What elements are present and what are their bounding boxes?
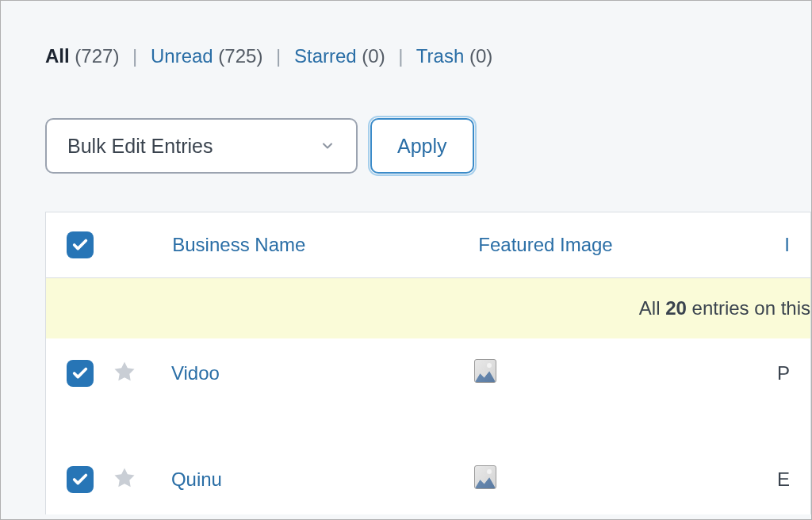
- filter-all-count: (727): [75, 45, 119, 67]
- apply-button[interactable]: Apply: [370, 118, 474, 174]
- row-trail-value: P: [777, 362, 790, 384]
- table-row: Vidoo P: [46, 338, 810, 408]
- filter-unread-label: Unread: [151, 45, 213, 67]
- row-checkbox[interactable]: [67, 466, 94, 493]
- filter-all-label: All: [45, 45, 70, 67]
- filter-separator: |: [398, 45, 403, 67]
- bulk-actions-row: Bulk Edit Entries Apply: [45, 118, 811, 174]
- column-header-featured-image[interactable]: Featured Image: [478, 234, 784, 256]
- selection-banner-count: 20: [665, 297, 687, 319]
- star-icon[interactable]: [113, 479, 136, 492]
- row-trail-value: E: [777, 468, 790, 491]
- filter-trash-label: Trash: [416, 45, 464, 67]
- filter-separator: |: [132, 45, 137, 67]
- filter-separator: |: [276, 45, 281, 67]
- svg-marker-1: [115, 468, 135, 488]
- business-name-link[interactable]: Vidoo: [171, 362, 474, 384]
- filter-starred[interactable]: Starred (0): [294, 45, 390, 67]
- filter-trash[interactable]: Trash (0): [416, 45, 492, 67]
- selection-banner-post: entries on this: [687, 297, 810, 319]
- filter-trash-count: (0): [469, 45, 492, 67]
- bulk-select[interactable]: Bulk Edit Entries: [45, 118, 358, 174]
- image-placeholder-icon[interactable]: [474, 359, 496, 383]
- filter-starred-label: Starred: [294, 45, 357, 67]
- selection-banner: All 20 entries on this: [46, 278, 810, 338]
- filter-starred-count: (0): [362, 45, 385, 67]
- business-name-link[interactable]: Quinu: [171, 468, 474, 491]
- selection-banner-pre: All: [63, 297, 665, 319]
- entries-table: Business Name Featured Image I All 20 en…: [45, 212, 811, 514]
- filter-unread-count: (725): [218, 45, 262, 67]
- filter-all[interactable]: All (727): [45, 45, 124, 67]
- star-icon[interactable]: [113, 373, 136, 386]
- filter-unread[interactable]: Unread (725): [151, 45, 268, 67]
- row-checkbox[interactable]: [67, 360, 94, 387]
- column-header-trailing[interactable]: I: [784, 234, 790, 256]
- table-header: Business Name Featured Image I: [46, 212, 810, 278]
- svg-marker-0: [115, 362, 135, 381]
- filter-bar: All (727) | Unread (725) | Starred (0) |…: [45, 45, 811, 67]
- column-header-business-name[interactable]: Business Name: [172, 234, 478, 256]
- bulk-select-label: Bulk Edit Entries: [67, 135, 213, 158]
- image-placeholder-icon[interactable]: [474, 465, 496, 489]
- select-all-checkbox[interactable]: [67, 231, 94, 258]
- table-row: Quinu E: [46, 445, 810, 514]
- chevron-down-icon: [320, 138, 335, 154]
